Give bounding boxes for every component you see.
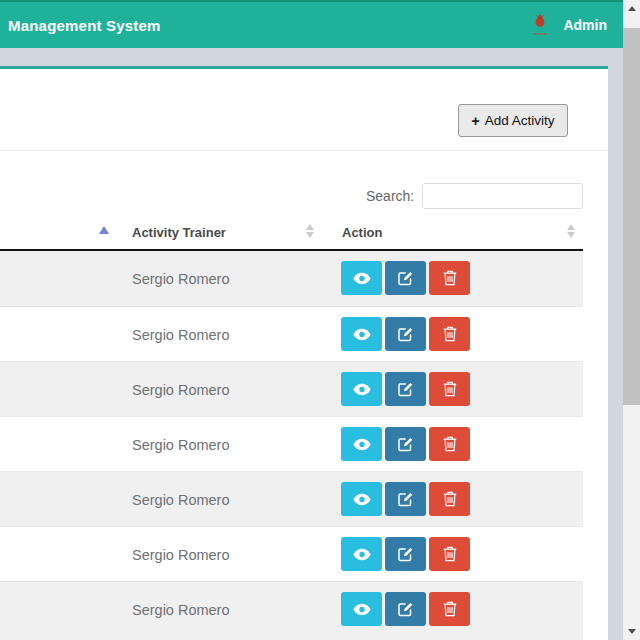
table-row: Sergio Romero [0, 361, 583, 416]
scrollbar-thumb[interactable] [623, 28, 640, 405]
delete-button[interactable] [429, 537, 470, 571]
add-activity-label: Add Activity [485, 113, 555, 128]
sort-down-icon [306, 232, 314, 238]
view-button[interactable] [341, 261, 382, 295]
vertical-scrollbar[interactable] [623, 0, 640, 640]
delete-button[interactable] [429, 261, 470, 295]
eye-icon [353, 493, 371, 506]
edit-button[interactable] [385, 317, 426, 351]
eye-icon [353, 603, 371, 616]
edit-button[interactable] [385, 537, 426, 571]
sort-icon[interactable] [306, 224, 314, 238]
eye-icon [353, 383, 371, 396]
edit-icon [397, 491, 414, 508]
trash-icon [443, 436, 457, 452]
app-title: Management System [8, 2, 161, 48]
view-button[interactable] [341, 317, 382, 351]
scroll-up-icon [628, 6, 636, 11]
edit-icon [397, 546, 414, 563]
trainer-cell: Sergio Romero [132, 417, 230, 472]
search-input[interactable] [422, 183, 583, 209]
sort-up-icon [567, 224, 575, 230]
row-actions [341, 427, 470, 461]
view-button[interactable] [341, 372, 382, 406]
sort-ascending-icon[interactable] [99, 226, 109, 234]
delete-button[interactable] [429, 317, 470, 351]
row-actions [341, 537, 470, 571]
view-button[interactable] [341, 482, 382, 516]
table-row: Sergio Romero [0, 581, 583, 640]
edit-button[interactable] [385, 592, 426, 626]
column-header-activity-trainer[interactable]: Activity Trainer [132, 225, 226, 240]
trash-icon [443, 326, 457, 342]
row-actions [341, 482, 470, 516]
trainer-cell: Sergio Romero [132, 472, 230, 527]
delete-button[interactable] [429, 592, 470, 626]
scroll-down-icon [628, 629, 636, 634]
edit-icon [397, 270, 414, 287]
edit-icon [397, 326, 414, 343]
trainer-cell: Sergio Romero [132, 307, 230, 362]
navbar: Management System Admin [0, 0, 623, 48]
table-row: Sergio Romero [0, 251, 583, 306]
edit-button[interactable] [385, 427, 426, 461]
edit-icon [397, 436, 414, 453]
table-row: Sergio Romero [0, 471, 583, 526]
sort-up-icon [306, 224, 314, 230]
row-actions [341, 261, 470, 295]
trainer-cell: Sergio Romero [132, 362, 230, 417]
view-button[interactable] [341, 592, 382, 626]
trash-icon [443, 546, 457, 562]
scroll-down-button[interactable] [623, 623, 640, 640]
eye-icon [353, 272, 371, 285]
edit-button[interactable] [385, 482, 426, 516]
row-actions [341, 372, 470, 406]
trainer-cell: Sergio Romero [132, 582, 230, 637]
search-label: Search: [366, 188, 414, 204]
sort-down-icon [567, 232, 575, 238]
table-row: Sergio Romero [0, 306, 583, 361]
edit-button[interactable] [385, 372, 426, 406]
edit-icon [397, 381, 414, 398]
trash-icon [443, 381, 457, 397]
edit-icon [397, 601, 414, 618]
view-button[interactable] [341, 427, 382, 461]
brand-logo-icon [529, 12, 551, 39]
app-screen: Management System Admin + Add Activity S… [0, 0, 640, 640]
trash-icon [443, 601, 457, 617]
add-activity-button[interactable]: + Add Activity [458, 104, 568, 137]
column-header-action[interactable]: Action [342, 225, 382, 240]
trash-icon [443, 491, 457, 507]
table-header: Activity Trainer Action [0, 215, 583, 251]
admin-menu[interactable]: Admin [529, 2, 607, 48]
scroll-up-button[interactable] [623, 0, 640, 17]
table-row: Sergio Romero [0, 416, 583, 471]
panel-divider [0, 150, 608, 151]
trainer-cell: Sergio Romero [132, 527, 230, 582]
table-row: Sergio Romero [0, 526, 583, 581]
plus-icon: + [472, 114, 480, 128]
table-body: Sergio Romero [0, 251, 583, 640]
view-button[interactable] [341, 537, 382, 571]
sort-icon[interactable] [567, 224, 575, 238]
delete-button[interactable] [429, 427, 470, 461]
trash-icon [443, 270, 457, 286]
admin-label: Admin [563, 17, 607, 33]
eye-icon [353, 548, 371, 561]
eye-icon [353, 328, 371, 341]
eye-icon [353, 438, 371, 451]
row-actions [341, 592, 470, 626]
delete-button[interactable] [429, 372, 470, 406]
trainer-cell: Sergio Romero [132, 251, 230, 306]
edit-button[interactable] [385, 261, 426, 295]
delete-button[interactable] [429, 482, 470, 516]
row-actions [341, 317, 470, 351]
